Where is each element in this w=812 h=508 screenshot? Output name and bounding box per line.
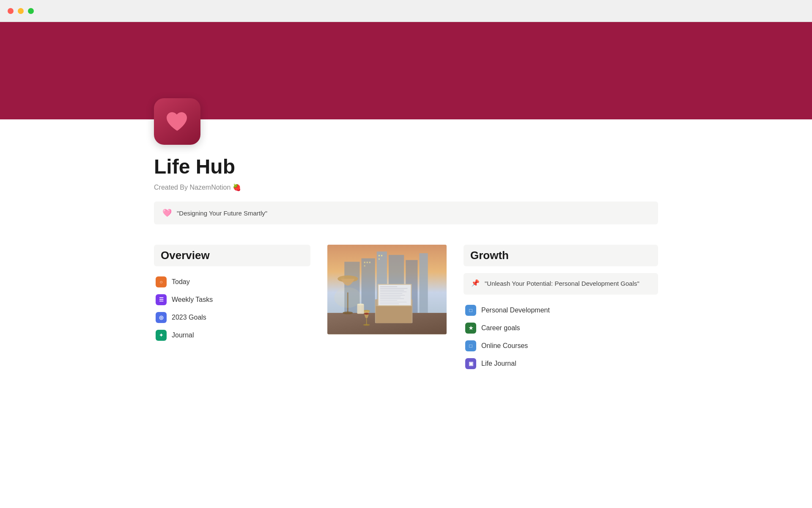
subtitle-emoji: 🍓 (233, 184, 241, 191)
growth-header: Growth (464, 245, 658, 266)
svg-rect-12 (381, 255, 382, 256)
svg-rect-21 (380, 287, 397, 287)
quote-emoji: 🩷 (162, 208, 172, 218)
svg-rect-30 (380, 302, 406, 302)
page-subtitle: Created By NazemNotion 🍓 (154, 183, 658, 191)
window-chrome (0, 0, 812, 22)
content-area: Life Hub Created By NazemNotion 🍓 🩷 "Des… (114, 98, 698, 373)
svg-rect-9 (369, 262, 370, 263)
minimize-button[interactable] (18, 8, 24, 14)
personal-dev-label: Personal Development (481, 306, 550, 314)
overview-item-journal[interactable]: ✦ Journal (154, 326, 310, 344)
svg-rect-31 (380, 304, 399, 304)
svg-rect-13 (379, 258, 380, 260)
svg-rect-35 (366, 318, 367, 325)
journal-label: Journal (172, 331, 194, 339)
svg-rect-5 (420, 253, 428, 313)
svg-rect-24 (380, 292, 406, 292)
svg-point-17 (343, 312, 353, 314)
life-journal-icon: ▣ (465, 358, 476, 369)
svg-rect-32 (376, 306, 412, 323)
svg-rect-22 (380, 288, 407, 289)
goals-icon: ◎ (156, 312, 167, 323)
svg-rect-25 (380, 293, 402, 294)
goals-label: 2023 Goals (172, 314, 206, 321)
svg-rect-37 (357, 304, 364, 314)
personal-dev-icon: □ (465, 305, 476, 316)
weekly-tasks-label: Weekly Tasks (172, 296, 213, 304)
life-journal-label: Life Journal (481, 360, 516, 367)
weekly-tasks-icon: ☰ (156, 294, 167, 305)
overview-item-2023-goals[interactable]: ◎ 2023 Goals (154, 309, 310, 326)
heart-icon (165, 109, 189, 134)
growth-item-life-journal[interactable]: ▣ Life Journal (464, 355, 658, 373)
career-goals-icon: ★ (465, 323, 476, 334)
svg-rect-7 (364, 262, 365, 263)
svg-point-34 (364, 313, 369, 315)
online-courses-icon: □ (465, 340, 476, 351)
svg-point-39 (334, 287, 361, 308)
overview-item-today[interactable]: ○ Today (154, 273, 310, 291)
app-icon (154, 98, 200, 145)
svg-rect-26 (380, 295, 405, 295)
growth-item-career-goals[interactable]: ★ Career goals (464, 319, 658, 337)
svg-rect-11 (379, 255, 380, 256)
svg-rect-29 (380, 300, 397, 301)
growth-column: Growth 📌 "Unleash Your Potential: Person… (464, 245, 658, 373)
svg-rect-10 (364, 265, 365, 266)
growth-item-online-courses[interactable]: □ Online Courses (464, 337, 658, 355)
close-button[interactable] (8, 8, 14, 14)
growth-quote-text: "Unleash Your Potential: Personal Develo… (485, 279, 639, 289)
svg-rect-23 (380, 290, 404, 290)
subtitle-text: Created By NazemNotion (154, 184, 230, 191)
quote-text: "Designing Your Future Smartly" (177, 210, 267, 217)
online-courses-label: Online Courses (481, 342, 528, 350)
journal-icon: ✦ (156, 330, 167, 341)
svg-point-36 (363, 324, 370, 326)
overview-header: Overview (154, 245, 310, 266)
growth-quote-block: 📌 "Unleash Your Potential: Personal Deve… (464, 273, 658, 295)
quote-block: 🩷 "Designing Your Future Smartly" (154, 202, 658, 224)
maximize-button[interactable] (28, 8, 34, 14)
overview-column: Overview ○ Today ☰ Weekly Tasks ◎ 2023 G… (154, 245, 310, 344)
today-label: Today (172, 278, 190, 286)
overview-item-weekly-tasks[interactable]: ☰ Weekly Tasks (154, 291, 310, 309)
city-scene-svg (327, 245, 447, 334)
career-goals-label: Career goals (481, 324, 520, 332)
city-image (327, 245, 447, 334)
three-column-layout: Overview ○ Today ☰ Weekly Tasks ◎ 2023 G… (154, 245, 658, 373)
svg-rect-28 (380, 298, 404, 299)
svg-rect-8 (367, 262, 368, 263)
growth-quote-emoji: 📌 (471, 279, 480, 287)
page-title: Life Hub (154, 155, 658, 178)
svg-rect-27 (380, 297, 401, 297)
growth-item-personal-development[interactable]: □ Personal Development (464, 301, 658, 319)
app-icon-wrapper (154, 98, 658, 145)
today-icon: ○ (156, 276, 167, 287)
